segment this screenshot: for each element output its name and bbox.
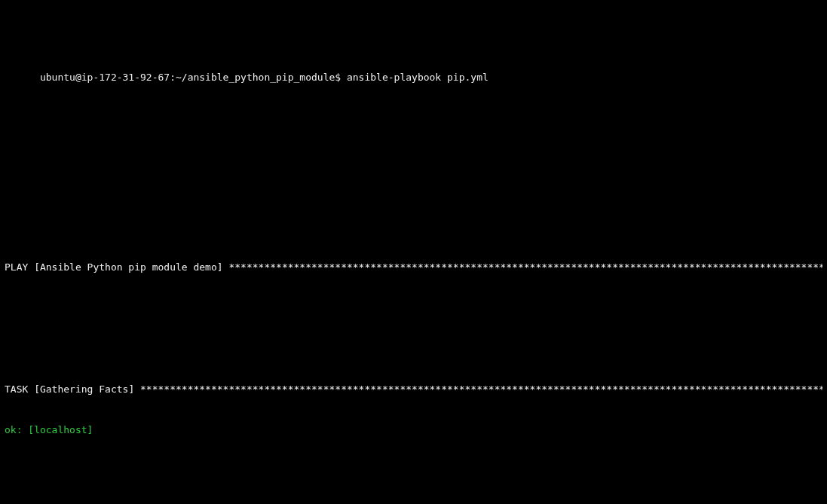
task-name: Gathering Facts [40,383,128,395]
prompt-line: ubuntu@ip-172-31-92-67:~/ansible_python_… [5,57,822,98]
prompt-dollar: $ [335,72,347,83]
play-name: Ansible Python pip module demo [40,261,217,273]
blank-row [5,193,822,206]
task-status: ok: [localhost] [5,423,93,437]
prompt-user-host: ubuntu@ip-172-31-92-67 [40,72,170,83]
task-prefix: TASK [ [5,383,40,395]
star-fill: ****************************************… [140,383,822,396]
star-fill: ****************************************… [228,261,822,274]
task-suffix: ] [128,383,140,395]
task-header: TASK [Gathering Facts] *****************… [5,383,822,396]
play-suffix: ] [217,261,229,273]
blank-row [5,139,822,166]
blank-row [5,315,822,328]
prompt-command: ansible-playbook pip.yml [347,72,489,83]
terminal[interactable]: ubuntu@ip-172-31-92-67:~/ansible_python_… [0,0,827,504]
prompt-path: /ansible_python_pip_module [182,72,335,83]
blank-row [5,478,822,491]
prompt-tilde: ~ [176,72,182,83]
play-prefix: PLAY [ [5,261,40,273]
prompt-sep: : [170,72,176,83]
play-header: PLAY [Ansible Python pip module demo] **… [5,261,822,274]
